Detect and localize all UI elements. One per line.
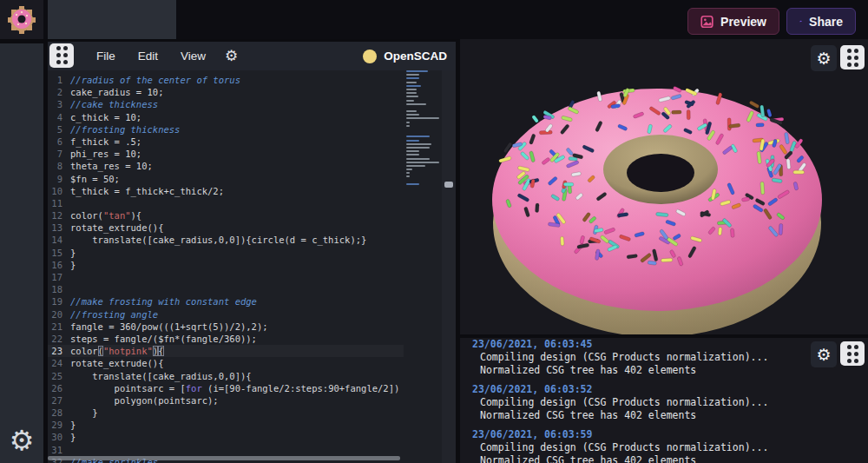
- share-button-label: Share: [809, 15, 843, 29]
- line-number: 21: [48, 321, 70, 333]
- top-bar: Preview Share: [0, 0, 868, 39]
- menu-file[interactable]: File: [96, 50, 115, 63]
- code-line[interactable]: 11: [48, 197, 404, 209]
- menu-edit[interactable]: Edit: [138, 50, 158, 63]
- code-line[interactable]: 6f_thick = .5;: [48, 136, 404, 148]
- code-line[interactable]: 13rotate_extrude(){: [48, 222, 404, 234]
- vertical-scrollbar[interactable]: [442, 70, 456, 463]
- code-line[interactable]: 29}: [48, 419, 404, 431]
- line-number: 15: [48, 247, 70, 259]
- code-text: polygon(pointsarc);: [70, 394, 219, 407]
- code-text: }: [70, 407, 98, 419]
- line-number: 18: [48, 283, 70, 295]
- log-timestamp: 23/06/2021, 06:03:52: [472, 383, 868, 396]
- code-line[interactable]: 18: [48, 283, 404, 295]
- code-editor[interactable]: 1//radius of the center of torus2cake_ra…: [48, 70, 456, 463]
- code-line[interactable]: 30}: [48, 431, 404, 443]
- console-log: 23/06/2021, 06:03:45Compiling design (CS…: [472, 338, 868, 463]
- code-line[interactable]: 5//frosting thickness: [48, 123, 404, 136]
- code-text: rotate_extrude(){: [70, 357, 163, 369]
- log-message: Normalized CSG tree has 402 elements: [472, 454, 868, 463]
- viewport-drag-handle[interactable]: [840, 45, 865, 69]
- code-line[interactable]: 3//cake thickness: [48, 98, 404, 110]
- donut-hole: [627, 154, 694, 192]
- line-number: 13: [48, 222, 70, 234]
- code-line[interactable]: 8theta_res = 10;: [48, 160, 404, 172]
- code-text: phi_res = 10;: [70, 148, 141, 160]
- line-number: 7: [48, 148, 70, 160]
- editor-drag-handle[interactable]: [49, 43, 74, 68]
- horizontal-scrollbar[interactable]: [48, 456, 404, 460]
- minimap[interactable]: [404, 70, 442, 463]
- code-line[interactable]: 14 translate([cake_radius,0,0]){circle(d…: [48, 234, 404, 246]
- code-line[interactable]: 22steps = fangle/($fn*(fangle/360));: [48, 333, 404, 345]
- code-line[interactable]: 24rotate_extrude(){: [48, 357, 404, 369]
- code-text: rotate_extrude(){: [70, 222, 163, 234]
- share-button[interactable]: Share: [786, 8, 856, 35]
- code-line[interactable]: 10t_thick = f_thick+c_thick/2;: [48, 185, 404, 197]
- vertical-scrollbar-thumb[interactable]: [444, 182, 453, 188]
- code-text: }: [70, 431, 76, 443]
- code-line[interactable]: 28 }: [48, 407, 404, 419]
- code-text: steps = fangle/($fn*(fangle/360));: [70, 333, 257, 345]
- code-line[interactable]: 27 polygon(pointsarc);: [48, 394, 404, 407]
- line-number: 8: [48, 160, 70, 172]
- settings-gear-icon[interactable]: ⚙: [0, 425, 43, 456]
- code-line[interactable]: 23color("hotpink"){: [48, 345, 404, 357]
- menu-view[interactable]: View: [181, 50, 206, 63]
- app-window: Preview Share ⚙ File Edit View ⚙ OpenSCA…: [0, 0, 868, 463]
- code-line[interactable]: 15}: [48, 247, 404, 259]
- log-timestamp: 23/06/2021, 06:03:59: [472, 428, 868, 441]
- viewport-gear-icon[interactable]: ⚙: [811, 45, 837, 71]
- code-text: color("hotpink"){: [70, 345, 164, 357]
- log-message: Normalized CSG tree has 402 elements: [472, 364, 868, 377]
- code-text: $fn = 50;: [70, 173, 120, 185]
- code-line[interactable]: 17: [48, 271, 404, 283]
- code-line[interactable]: 26 pointsarc = [for (i=[90-fangle/2:step…: [48, 382, 404, 394]
- line-number: 22: [48, 333, 70, 345]
- line-number: 3: [48, 98, 70, 110]
- code-line[interactable]: 2cake_radius = 10;: [48, 86, 404, 98]
- console-panel[interactable]: 23/06/2021, 06:03:45Compiling design (CS…: [460, 338, 868, 463]
- code-line[interactable]: 12color("tan"){: [48, 209, 404, 222]
- line-number: 23: [48, 345, 70, 357]
- line-number: 11: [48, 197, 70, 209]
- code-lines[interactable]: 1//radius of the center of torus2cake_ra…: [48, 74, 404, 463]
- code-text: }: [70, 259, 76, 271]
- console-gear-icon[interactable]: ⚙: [811, 341, 837, 367]
- code-text: //frosting thickness: [70, 123, 180, 136]
- preview-button[interactable]: Preview: [687, 8, 779, 35]
- app-logo[interactable]: [0, 0, 43, 39]
- code-line[interactable]: 31: [48, 444, 404, 456]
- line-number: 28: [48, 407, 70, 419]
- line-number: 16: [48, 259, 70, 271]
- code-line[interactable]: 1//radius of the center of torus: [48, 74, 404, 86]
- code-line[interactable]: 21fangle = 360/pow(((1+sqrt(5))/2),2);: [48, 321, 404, 333]
- line-number: 31: [48, 444, 70, 456]
- code-text: translate([cake_radius,0,0]){: [70, 370, 252, 382]
- code-text: fangle = 360/pow(((1+sqrt(5))/2),2);: [70, 321, 268, 333]
- line-number: 19: [48, 295, 70, 308]
- code-line[interactable]: 4c_thick = 10;: [48, 111, 404, 123]
- share-arrow-icon: [799, 14, 802, 29]
- code-text: color("tan"){: [70, 209, 141, 222]
- line-number: 9: [48, 173, 70, 185]
- line-number: 27: [48, 394, 70, 407]
- code-text: //make frosting with constant edge: [70, 295, 257, 308]
- line-number: 25: [48, 370, 70, 382]
- code-line[interactable]: 16}: [48, 259, 404, 271]
- code-line[interactable]: 20//frosting angle: [48, 308, 404, 321]
- code-line[interactable]: 7phi_res = 10;: [48, 148, 404, 160]
- code-text: theta_res = 10;: [70, 160, 153, 172]
- viewport-panel[interactable]: ⚙: [460, 39, 868, 334]
- code-line[interactable]: 19//make frosting with constant edge: [48, 295, 404, 308]
- code-line[interactable]: 9$fn = 50;: [48, 173, 404, 185]
- code-text: }: [70, 247, 76, 259]
- horizontal-scrollbar-thumb[interactable]: [48, 456, 400, 460]
- code-text: translate([cake_radius,0,0]){circle(d = …: [70, 234, 366, 246]
- line-number: 17: [48, 271, 70, 283]
- line-number: 6: [48, 136, 70, 148]
- console-drag-handle[interactable]: [840, 341, 865, 366]
- editor-gear-icon[interactable]: ⚙: [225, 47, 238, 65]
- code-line[interactable]: 25 translate([cake_radius,0,0]){: [48, 370, 404, 382]
